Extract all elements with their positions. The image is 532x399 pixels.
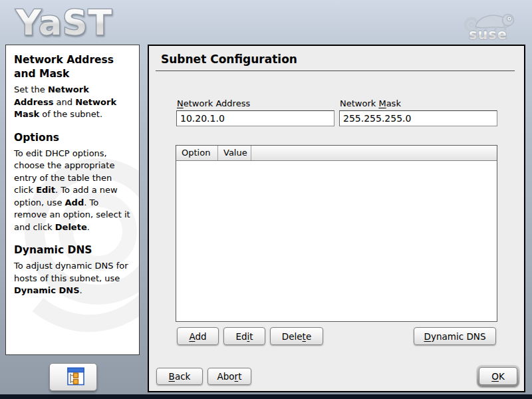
edit-button[interactable]: Edit (223, 327, 265, 345)
bottom-edge-strip (0, 394, 532, 399)
ok-button[interactable]: OK (479, 367, 517, 385)
help-text: To adjust dynamic DNS for hosts of this … (14, 260, 131, 297)
help-section-options: Options To edit DHCP options, choose the… (14, 131, 131, 234)
delete-button[interactable]: Delete (270, 327, 323, 345)
network-address-input[interactable] (176, 110, 334, 126)
back-button[interactable]: Back (156, 368, 203, 385)
suse-gecko-logo: suse (458, 3, 519, 41)
help-text: To edit DHCP options, choose the appropr… (14, 148, 131, 234)
help-section-dynamic-dns: Dynamic DNS To adjust dynamic DNS for ho… (14, 243, 131, 297)
tree-view-button[interactable] (49, 363, 97, 391)
yast-logo: YaST (12, 1, 158, 43)
help-heading: Network Address and Mask (14, 53, 131, 81)
yast-logo-text: YaST (15, 3, 112, 43)
add-button[interactable]: Add (177, 327, 219, 345)
column-header-filler (251, 146, 497, 160)
network-address-label: Network Address (177, 98, 250, 108)
options-table-header: Option Value (176, 146, 497, 161)
suse-logo-text: suse (469, 27, 507, 41)
help-section-network-address: Network Address and Mask Set the Network… (14, 53, 131, 121)
help-heading: Dynamic DNS (14, 243, 131, 257)
page-title: Subnet Configuration (161, 53, 297, 66)
title-divider (156, 70, 515, 71)
options-table[interactable]: Option Value (176, 145, 497, 322)
yast-window: YaST suse Network Address and Mask (0, 0, 532, 399)
ok-button-default-frame: OK (477, 365, 519, 387)
column-header-option[interactable]: Option (176, 146, 218, 160)
help-panel: Network Address and Mask Set the Network… (5, 45, 140, 355)
banner: YaST suse (0, 0, 532, 43)
help-text: Set the Network Address and Network Mask… (14, 84, 131, 121)
network-mask-label: Network Mask (340, 98, 401, 108)
tree-view-icon (61, 367, 85, 387)
abort-button[interactable]: Abort (207, 368, 251, 385)
help-heading: Options (14, 131, 131, 145)
dynamic-dns-button[interactable]: Dynamic DNS (414, 327, 496, 345)
options-table-body[interactable] (176, 161, 497, 321)
main-panel: Subnet Configuration Network Address Net… (148, 45, 525, 392)
network-mask-input[interactable] (339, 110, 497, 126)
column-header-value[interactable]: Value (218, 146, 251, 160)
